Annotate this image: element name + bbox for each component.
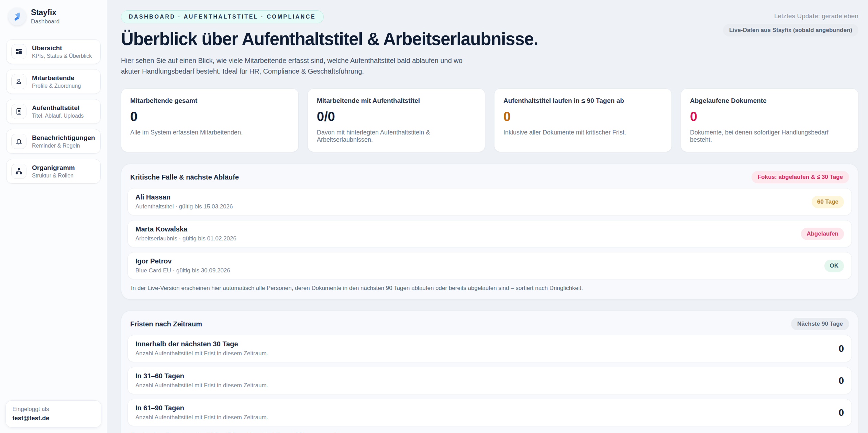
- breadcrumb-badge: DASHBOARD · AUFENTHALTSTITEL · COMPLIANC…: [121, 10, 324, 23]
- kpi-card-abgelaufene-dokumente: Abgelaufene Dokumente 0 Dokumente, bei d…: [681, 88, 858, 152]
- brand: Stayfix Dashboard: [6, 8, 101, 25]
- sidebar-nav: Übersicht KPIs, Status & Überblick Mitar…: [6, 39, 101, 184]
- deadlines-note: Damit sehen Sie sofort, wie sich Ihre Fr…: [127, 426, 852, 433]
- sidebar-item-sub: KPIs, Status & Überblick: [32, 53, 92, 59]
- critical-row-igor-petrov[interactable]: Igor Petrov Blue Card EU · gültig bis 30…: [127, 252, 852, 279]
- sidebar-item-label: Übersicht: [32, 44, 92, 52]
- sidebar-item-sub: Reminder & Regeln: [32, 143, 95, 149]
- kpi-desc: Inklusive aller Dokumente mit kritischer…: [503, 129, 663, 136]
- sidebar-item-label: Mitarbeitende: [32, 74, 81, 82]
- critical-note: In der Live-Version erscheinen hier auto…: [127, 279, 852, 294]
- live-data-badge: Live-Daten aus Stayfix (sobald angebunde…: [723, 24, 858, 36]
- person-detail: Aufenthaltstitel · gültig bis 15.03.2026: [135, 203, 233, 210]
- sidebar-item-mitarbeitende[interactable]: Mitarbeitende Profile & Zuordnung: [6, 69, 101, 94]
- last-update-text: Letztes Update: gerade eben: [723, 12, 858, 20]
- status-badge: 60 Tage: [812, 196, 844, 208]
- deadline-label: Innerhalb der nächsten 30 Tage: [135, 340, 268, 348]
- focus-badge: Fokus: abgelaufen & ≤ 30 Tage: [752, 171, 849, 183]
- header-meta: Letztes Update: gerade eben Live-Daten a…: [723, 10, 858, 36]
- person-detail: Arbeitserlaubnis · gültig bis 01.02.2026: [135, 235, 236, 242]
- kpi-row: Mitarbeitende gesamt 0 Alle im System er…: [121, 88, 858, 152]
- logged-in-email: test@test.de: [12, 415, 94, 422]
- deadline-label: In 31–60 Tagen: [135, 372, 268, 380]
- person-detail: Blue Card EU · gültig bis 30.09.2026: [135, 267, 230, 274]
- main-content: DASHBOARD · AUFENTHALTSTITEL · COMPLIANC…: [107, 0, 868, 433]
- person-name: Igor Petrov: [135, 257, 230, 265]
- grid-icon: [11, 44, 26, 59]
- deadline-value: 0: [838, 375, 844, 386]
- kpi-label: Mitarbeitende mit Aufenthaltstitel: [317, 97, 476, 105]
- sidebar-item-aufenthaltstitel[interactable]: Aufenthaltstitel Titel, Ablauf, Uploads: [6, 99, 101, 124]
- logged-in-card: Eingeloggt als test@test.de: [5, 400, 101, 427]
- document-icon: [11, 104, 26, 119]
- orgchart-icon: [11, 164, 26, 179]
- stayfix-logo-icon: [8, 8, 26, 25]
- brand-name: Stayfix: [31, 8, 59, 17]
- bell-icon: [11, 134, 26, 149]
- page-subtitle: Hier sehen Sie auf einen Blick, wie viel…: [121, 55, 468, 77]
- deadlines-title: Fristen nach Zeitraum: [130, 320, 202, 328]
- sidebar-item-sub: Titel, Ablauf, Uploads: [32, 113, 84, 119]
- deadline-label: In 61–90 Tagen: [135, 404, 268, 412]
- sidebar-item-uebersicht[interactable]: Übersicht KPIs, Status & Überblick: [6, 39, 101, 64]
- deadlines-range-badge: Nächste 90 Tage: [791, 318, 849, 330]
- deadline-value: 0: [838, 407, 844, 418]
- sidebar-item-label: Aufenthaltstitel: [32, 104, 84, 112]
- kpi-label: Mitarbeitende gesamt: [130, 97, 289, 105]
- person-icon: [11, 74, 26, 89]
- sidebar-item-sub: Struktur & Rollen: [32, 173, 75, 179]
- sidebar-item-label: Benachrichtigungen: [32, 134, 95, 142]
- kpi-value: 0: [130, 109, 289, 124]
- sidebar-item-sub: Profile & Zuordnung: [32, 83, 81, 89]
- deadline-row-61-90-tage: In 61–90 Tagen Anzahl Aufenthaltstitel m…: [127, 399, 852, 426]
- kpi-card-ablauf-90-tage: Aufenthaltstitel laufen in ≤ 90 Tagen ab…: [494, 88, 672, 152]
- deadline-row-30-tage: Innerhalb der nächsten 30 Tage Anzahl Au…: [127, 335, 852, 362]
- critical-cases-panel: Kritische Fälle & nächste Abläufe Fokus:…: [121, 164, 858, 300]
- sidebar-item-label: Organigramm: [32, 164, 75, 172]
- page-header: DASHBOARD · AUFENTHALTSTITEL · COMPLIANC…: [121, 10, 858, 77]
- kpi-card-mitarbeitende-gesamt: Mitarbeitende gesamt 0 Alle im System er…: [121, 88, 299, 152]
- critical-row-marta-kowalska[interactable]: Marta Kowalska Arbeitserlaubnis · gültig…: [127, 220, 852, 247]
- kpi-label: Abgelaufene Dokumente: [690, 97, 849, 105]
- deadline-desc: Anzahl Aufenthaltstitel mit Frist in die…: [135, 414, 268, 421]
- sidebar-item-benachrichtigungen[interactable]: Benachrichtigungen Reminder & Regeln: [6, 129, 101, 154]
- status-badge: Abgelaufen: [801, 228, 844, 240]
- deadline-desc: Anzahl Aufenthaltstitel mit Frist in die…: [135, 382, 268, 389]
- kpi-value: 0: [690, 109, 849, 124]
- kpi-desc: Alle im System erfassten Mitarbeitenden.: [130, 129, 289, 136]
- critical-cases-title: Kritische Fälle & nächste Abläufe: [130, 173, 239, 181]
- deadline-value: 0: [838, 343, 844, 354]
- logged-in-label: Eingeloggt als: [12, 406, 94, 413]
- page-title: Überblick über Aufenthaltstitel & Arbeit…: [121, 29, 538, 49]
- kpi-card-mit-aufenthaltstitel: Mitarbeitende mit Aufenthaltstitel 0/0 D…: [308, 88, 485, 152]
- person-name: Marta Kowalska: [135, 225, 236, 233]
- kpi-desc: Dokumente, bei denen sofortiger Handlung…: [690, 129, 849, 143]
- critical-row-ali-hassan[interactable]: Ali Hassan Aufenthaltstitel · gültig bis…: [127, 188, 852, 215]
- brand-subtitle: Dashboard: [31, 18, 59, 25]
- deadline-row-31-60-tage: In 31–60 Tagen Anzahl Aufenthaltstitel m…: [127, 367, 852, 394]
- kpi-value: 0/0: [317, 109, 476, 124]
- status-badge: OK: [824, 260, 844, 272]
- sidebar-item-organigramm[interactable]: Organigramm Struktur & Rollen: [6, 159, 101, 184]
- sidebar: Stayfix Dashboard Übersicht KPIs, Status…: [0, 0, 107, 433]
- kpi-label: Aufenthaltstitel laufen in ≤ 90 Tagen ab: [503, 97, 663, 105]
- deadline-desc: Anzahl Aufenthaltstitel mit Frist in die…: [135, 350, 268, 357]
- app-root: Stayfix Dashboard Übersicht KPIs, Status…: [0, 0, 868, 433]
- deadlines-panel: Fristen nach Zeitraum Nächste 90 Tage In…: [121, 311, 858, 433]
- kpi-desc: Davon mit hinterlegten Aufenthaltstiteln…: [317, 129, 476, 143]
- person-name: Ali Hassan: [135, 193, 233, 201]
- kpi-value: 0: [503, 109, 663, 124]
